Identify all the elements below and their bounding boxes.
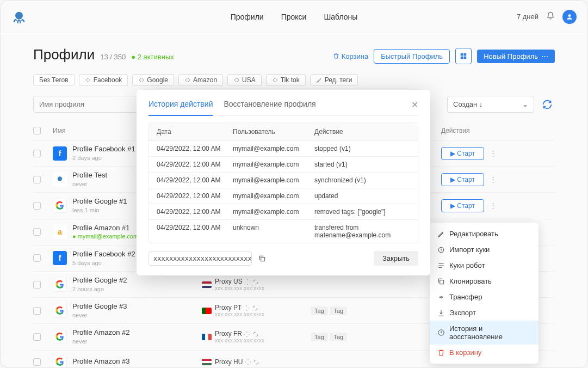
trash-label: Корзина	[342, 52, 369, 60]
profile-sub: 2 days ago	[72, 154, 135, 162]
profile-sub: never	[72, 180, 107, 188]
tag-notags[interactable]: Без Тегов	[33, 74, 75, 86]
row-more-icon[interactable]: ⋮	[490, 149, 497, 157]
menu-item[interactable]: Импорт куки	[430, 242, 539, 257]
profile-name: Profile Facebook #1	[72, 145, 135, 154]
menu-item[interactable]: Куки робот	[430, 257, 539, 273]
context-menu: РедактироватьИмпорт кукиКуки роботКлонир…	[430, 223, 539, 364]
svg-rect-2	[461, 53, 463, 56]
profile-count: 13 / 350	[100, 53, 126, 61]
menu-item[interactable]: Экспорт	[430, 305, 539, 321]
row-checkbox[interactable]	[33, 358, 41, 366]
svg-rect-10	[261, 257, 265, 261]
tag-amazon[interactable]: Amazon	[178, 74, 223, 86]
svg-rect-4	[461, 57, 463, 59]
close-button[interactable]: Закрыть	[374, 251, 418, 266]
col-actions: Действия	[441, 127, 539, 134]
profile-sub: ● mymail@example.com	[72, 232, 138, 240]
history-row: 04/29/2022, 12:00 AMmymail@example.comup…	[149, 188, 418, 204]
refresh-icon[interactable]	[540, 97, 555, 112]
sort-select[interactable]: Создан ↓⌄	[447, 96, 534, 113]
select-all-checkbox[interactable]	[33, 127, 41, 134]
row-checkbox[interactable]	[33, 228, 41, 236]
profile-name: Profile Amazon #2	[72, 328, 130, 338]
nav-proxies[interactable]: Прокси	[281, 13, 307, 21]
tag-edit[interactable]: Ред. теги	[310, 74, 358, 86]
row-checkbox[interactable]	[33, 254, 41, 262]
new-profile-button[interactable]: Новый Профиль⋯	[477, 50, 555, 63]
menu-item[interactable]: Редактировать	[430, 226, 539, 242]
hcol-date: Дата	[157, 128, 233, 136]
row-tag: Tag	[311, 333, 328, 341]
row-checkbox[interactable]	[33, 150, 41, 157]
row-checkbox[interactable]	[33, 281, 41, 289]
row-checkbox[interactable]	[33, 333, 41, 341]
menu-item[interactable]: В корзину	[430, 345, 539, 360]
start-button[interactable]: ▶ Старт	[441, 173, 484, 186]
row-tag: Tag	[311, 306, 328, 315]
profile-id-field[interactable]: xxxxxxxxxxxxxxxxxxxxxxxxxxxxxxxx	[148, 252, 252, 266]
tags-row: Без Тегов Facebook Google Amazon USA Tik…	[33, 74, 555, 86]
app-logo	[11, 9, 27, 24]
row-checkbox[interactable]	[33, 307, 41, 315]
profile-sub: never	[72, 311, 127, 319]
profile-sub: never	[72, 338, 130, 345]
row-checkbox[interactable]	[33, 176, 41, 183]
profile-sub: 2 hours ago	[72, 285, 127, 293]
days-badge: 7 дней	[517, 13, 539, 21]
hcol-user: Пользователь	[233, 128, 314, 136]
trash-link[interactable]: Корзина	[333, 52, 369, 60]
menu-item[interactable]: Трансфер	[430, 289, 539, 305]
svg-point-1	[568, 14, 571, 17]
svg-rect-5	[464, 57, 467, 59]
page-title: Профили	[33, 46, 95, 63]
tab-history[interactable]: История действий	[148, 100, 213, 116]
copy-icon[interactable]	[256, 253, 268, 265]
nav-profiles[interactable]: Профили	[231, 13, 264, 21]
svg-rect-8	[440, 280, 444, 284]
profile-name: Profile Google #2	[72, 276, 127, 285]
history-modal: История действий Восстановление профиля …	[137, 90, 430, 275]
history-row: 04/29/2022, 12:00 AMunknowntransfered fr…	[149, 220, 418, 243]
tag-tiktok[interactable]: Tik tok	[266, 74, 306, 86]
profile-name: Profile Test	[72, 171, 107, 180]
profile-sub: 5 days ago	[72, 259, 135, 267]
history-row: 04/29/2022, 12:00 AMmymail@example.comst…	[149, 141, 418, 157]
history-row: 04/29/2022, 12:00 AMmymail@example.comsy…	[149, 173, 418, 188]
tag-usa[interactable]: USA	[227, 74, 262, 86]
row-tag: Tag	[330, 333, 347, 341]
history-row: 04/29/2022, 12:00 AMmymail@example.comst…	[149, 157, 418, 173]
tab-restore[interactable]: Восстановление профиля	[224, 100, 315, 115]
active-count: 2 активных	[131, 53, 174, 61]
row-more-icon[interactable]: ⋮	[490, 175, 497, 183]
hcol-action: Действие	[314, 128, 410, 136]
tag-google[interactable]: Google	[132, 74, 174, 86]
profile-name: Profile Amazon #1	[72, 224, 138, 233]
nav-templates[interactable]: Шаблоны	[324, 13, 357, 21]
row-checkbox[interactable]	[33, 202, 41, 210]
svg-point-0	[15, 11, 23, 19]
top-header: Профили Прокси Шаблоны 7 дней	[1, 1, 587, 33]
svg-rect-3	[464, 53, 467, 56]
start-button[interactable]: ▶ Старт	[441, 199, 484, 212]
row-more-icon[interactable]: ⋮	[490, 201, 497, 210]
history-row: 04/29/2022, 12:00 AMmymail@example.comre…	[149, 204, 418, 220]
user-avatar[interactable]	[562, 10, 577, 24]
quick-profile-button[interactable]: Быстрый Профиль	[374, 49, 450, 64]
profile-name: Profile Google #1	[72, 197, 127, 206]
svg-point-6	[58, 176, 62, 181]
row-tag: Tag	[330, 306, 347, 315]
menu-item[interactable]: История и аосстановление	[430, 321, 539, 345]
profile-name: Profile Facebook #2	[72, 250, 135, 259]
profile-name: Profile Amazon #3	[72, 357, 130, 366]
menu-item[interactable]: Клонировать	[430, 273, 539, 289]
tag-facebook[interactable]: Facebook	[79, 74, 128, 86]
grid-button[interactable]	[455, 48, 472, 64]
bell-icon[interactable]	[546, 11, 555, 22]
modal-close-icon[interactable]: ✕	[411, 100, 418, 110]
profile-sub: less 1 min	[72, 206, 127, 214]
profile-name: Profile Google #3	[72, 302, 127, 311]
start-button[interactable]: ▶ Старт	[441, 147, 484, 160]
